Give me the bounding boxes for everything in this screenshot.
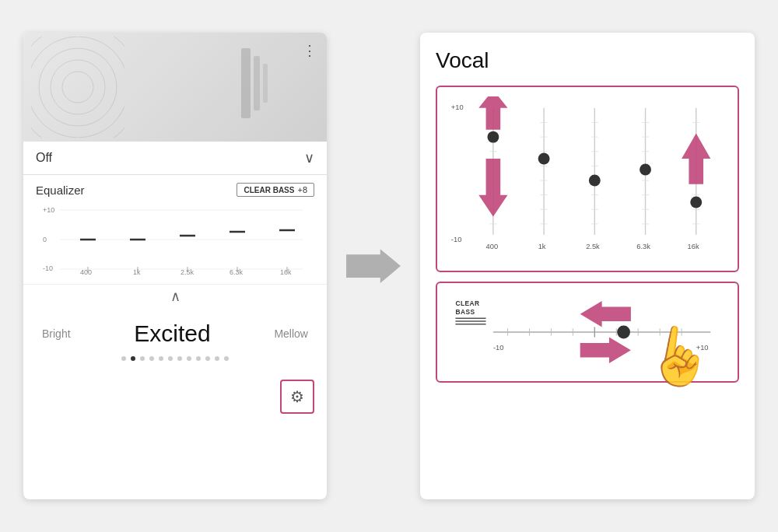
dot-9[interactable] — [196, 356, 201, 361]
svg-marker-29 — [346, 249, 401, 283]
off-label: Off — [36, 151, 52, 165]
svg-rect-6 — [254, 56, 260, 110]
sound-mellow-label: Mellow — [274, 327, 308, 340]
eq-handle-2[interactable] — [538, 153, 550, 165]
eq-handle-1[interactable] — [487, 131, 499, 143]
svg-text:400: 400 — [486, 243, 499, 251]
menu-dots-button[interactable]: ⋮ — [303, 42, 317, 59]
left-panel: ⋮ Off ∨ Equalizer CLE — [23, 33, 327, 499]
svg-text:CLEAR: CLEAR — [455, 299, 479, 307]
dot-2[interactable] — [131, 356, 135, 361]
svg-text:6.3k: 6.3k — [230, 268, 244, 275]
chevron-down-icon: ∨ — [304, 149, 314, 166]
chevron-up-icon: ∧ — [170, 288, 180, 305]
eq-handle-4[interactable] — [640, 164, 651, 176]
svg-text:-10: -10 — [43, 264, 53, 272]
svg-point-1 — [51, 60, 105, 114]
dot-12[interactable] — [224, 356, 229, 361]
dot-7[interactable] — [177, 356, 182, 361]
finger-icon: ☝ — [642, 320, 720, 394]
svg-point-0 — [62, 72, 93, 103]
svg-point-4 — [31, 37, 124, 138]
svg-text:16k: 16k — [280, 268, 292, 275]
vocal-title: Vocal — [436, 48, 739, 73]
svg-text:+10: +10 — [451, 103, 464, 111]
svg-text:1k: 1k — [538, 243, 546, 251]
gear-icon: ⚙ — [290, 387, 304, 406]
svg-text:2.5k: 2.5k — [586, 243, 600, 251]
clear-bass-label: CLEAR BASS — [244, 186, 294, 194]
cb-arrow-right — [580, 338, 631, 364]
eq-handle-3[interactable] — [589, 175, 601, 187]
sound-bright-label: Bright — [42, 327, 71, 340]
sound-excited-label: Excited — [134, 320, 210, 347]
clear-bass-panel: CLEAR BASS -10 +10 — [436, 282, 739, 383]
settings-row: ⚙ — [23, 373, 327, 426]
equalizer-header: Equalizer CLEAR BASS +8 — [23, 175, 327, 201]
dots-row — [23, 353, 327, 373]
eq-chart: +10 0 -10 400 1k 2.5k 6.3k 16k — [23, 201, 327, 284]
eq-arrow-up-1 — [478, 96, 507, 130]
svg-text:1k: 1k — [133, 268, 141, 275]
svg-text:16k: 16k — [688, 243, 699, 251]
equalizer-title: Equalizer — [36, 184, 85, 197]
sound-mode-row: Bright Excited Mellow — [23, 308, 327, 353]
forward-arrow — [346, 247, 401, 285]
cb-handle[interactable] — [617, 326, 630, 339]
eq-sliders-svg: +10 -10 — [450, 96, 725, 264]
svg-text:-10: -10 — [451, 236, 461, 243]
dot-10[interactable] — [205, 356, 210, 361]
svg-rect-5 — [241, 48, 251, 118]
cb-arrow-left — [580, 301, 631, 327]
svg-text:-10: -10 — [493, 344, 503, 352]
eq-arrow-down-1 — [478, 159, 507, 217]
svg-text:0: 0 — [43, 236, 47, 243]
dot-4[interactable] — [149, 356, 154, 361]
dot-11[interactable] — [215, 356, 219, 361]
dot-1[interactable] — [121, 356, 126, 361]
off-dropdown-row[interactable]: Off ∨ — [23, 142, 327, 175]
dot-5[interactable] — [159, 356, 163, 361]
eq-chart-svg: +10 0 -10 400 1k 2.5k 6.3k 16k — [36, 205, 314, 275]
svg-text:400: 400 — [80, 268, 92, 275]
svg-text:6.3k: 6.3k — [636, 243, 650, 251]
chevron-up-row[interactable]: ∧ — [23, 284, 327, 308]
svg-text:+10: +10 — [43, 206, 54, 214]
top-image-area: ⋮ — [23, 33, 327, 142]
svg-rect-7 — [263, 64, 268, 103]
dot-8[interactable] — [187, 356, 191, 361]
svg-point-3 — [31, 37, 124, 138]
decorative-circles — [31, 37, 124, 138]
clear-bass-badge: CLEAR BASS +8 — [237, 183, 314, 197]
settings-button[interactable]: ⚙ — [280, 380, 314, 414]
arrow-container — [342, 247, 405, 285]
eq-handle-5[interactable] — [690, 196, 702, 208]
dot-3[interactable] — [140, 356, 145, 361]
clear-bass-value: +8 — [297, 185, 307, 194]
right-panel: Vocal +10 -10 — [420, 33, 755, 499]
eq-sliders-panel: +10 -10 — [436, 86, 739, 272]
svg-text:BASS: BASS — [455, 308, 475, 316]
svg-text:2.5k: 2.5k — [180, 268, 194, 275]
dot-6[interactable] — [168, 356, 173, 361]
eq-arrow-up-5 — [682, 133, 710, 184]
speaker-silhouette — [226, 44, 288, 122]
main-container: ⋮ Off ∨ Equalizer CLE — [8, 9, 770, 523]
